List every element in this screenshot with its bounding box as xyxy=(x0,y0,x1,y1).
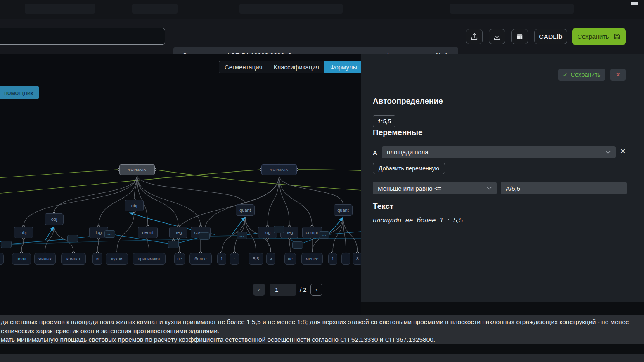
source-text-line: ехнических характеристик окон и затенени… xyxy=(1,327,644,336)
topbar-item xyxy=(132,4,178,14)
page-input[interactable] xyxy=(270,284,296,296)
graph-node-d1[interactable]: --- xyxy=(1,241,12,248)
source-text-line: мать минимальную площадь световых проемо… xyxy=(1,335,644,344)
tab-classification[interactable]: Классификация xyxy=(268,61,324,73)
variable-select[interactable]: площади пола xyxy=(382,146,616,158)
upload-button[interactable] xyxy=(466,29,483,44)
graph-node-d6[interactable]: --- xyxy=(237,232,247,239)
check-icon: ✓ xyxy=(563,71,568,78)
formula-panel: ✓ Сохранить ✕ Автоопределение 1:5,5 Пере… xyxy=(361,54,644,302)
tab-bar: СегментацияКлассификацияФормулы xyxy=(219,61,363,73)
chevron-down-icon xyxy=(606,151,611,154)
graph-node-l0[interactable]: и xyxy=(0,253,4,265)
graph-node-d3[interactable]: --- xyxy=(104,230,115,238)
graph-node-quant2[interactable]: quant xyxy=(334,204,353,216)
topbar-highlight xyxy=(631,2,638,5)
graph-node-l7[interactable]: не xyxy=(174,253,185,265)
header-input-box[interactable] xyxy=(0,28,165,45)
graph-node-l12[interactable]: и xyxy=(266,253,275,265)
chevron-down-icon xyxy=(487,187,492,190)
graph-node-l2[interactable]: жилых xyxy=(34,253,56,265)
graph-node-d8[interactable]: --- xyxy=(292,241,303,249)
panel-save-button[interactable]: ✓ Сохранить xyxy=(558,69,605,81)
graph-node-l9[interactable]: 1 xyxy=(217,253,226,265)
graph-node-l14[interactable]: менее xyxy=(301,253,323,265)
next-page-button[interactable]: › xyxy=(310,284,322,296)
graph-node-obj_c[interactable]: obj xyxy=(14,227,33,238)
graph-node-l8[interactable]: более xyxy=(189,253,212,265)
graph-node-l3[interactable]: комнат xyxy=(61,253,86,265)
app-window: Своды правил / СП 54.13330.2022. Здания … xyxy=(0,0,644,362)
graph-node-obj_b[interactable]: obj xyxy=(45,213,64,225)
panel-save-label: Сохранить xyxy=(571,71,601,78)
table-icon xyxy=(516,33,524,41)
graph-node-l11[interactable]: 5,5 xyxy=(249,253,263,265)
tab-segmentation[interactable]: Сегментация xyxy=(219,61,268,73)
graph-node-l5[interactable]: кухни xyxy=(106,253,128,265)
prev-page-button[interactable]: ‹ xyxy=(253,284,265,296)
graph-node-l17[interactable]: 8 xyxy=(353,253,361,265)
save-button-label: Сохранить xyxy=(577,33,609,40)
graph-node-l4[interactable]: и xyxy=(92,253,102,265)
page-total: / 2 xyxy=(300,286,307,293)
autodetect-heading: Автоопределение xyxy=(373,97,443,106)
variables-heading: Переменные xyxy=(373,128,423,137)
topbar-item xyxy=(25,4,95,14)
download-button[interactable] xyxy=(489,29,505,44)
graph-node-d7[interactable]: --- xyxy=(274,226,284,233)
source-text-line: ди световых проемов к площади пола жилых… xyxy=(1,317,644,327)
text-heading: Текст xyxy=(373,202,393,211)
cadlib-button[interactable]: CADLib xyxy=(534,29,567,44)
graph-node-f1[interactable]: ФОРМУЛА xyxy=(119,164,155,175)
graph-node-l10[interactable]: : xyxy=(230,253,239,265)
table-button[interactable] xyxy=(511,29,528,44)
graph-node-neg1[interactable]: neg xyxy=(169,227,187,238)
graph-node-deont[interactable]: deont xyxy=(138,227,158,238)
graph-node-l16[interactable]: : xyxy=(341,253,350,265)
operator-select-value: Меньше или равно <= xyxy=(378,185,487,192)
floppy-icon xyxy=(613,33,621,40)
text-preview: площади не более 1 : 5,5 xyxy=(373,216,463,224)
pagination: ‹ / 2 › xyxy=(253,284,322,296)
tab-formulas[interactable]: Формулы xyxy=(324,61,363,73)
assistant-button[interactable]: помощник xyxy=(0,86,39,99)
download-icon xyxy=(492,32,502,41)
graph-node-d5[interactable]: --- xyxy=(199,232,210,240)
graph-node-l13[interactable]: не xyxy=(284,253,296,265)
graph-node-quant1[interactable]: quant xyxy=(236,204,255,216)
source-text-panel: ди световых проемов к площади пола жилых… xyxy=(0,315,644,344)
save-button[interactable]: Сохранить xyxy=(572,28,626,45)
operator-select[interactable]: Меньше или равно <= xyxy=(373,182,497,194)
graph-node-l6[interactable]: принимают xyxy=(133,253,166,265)
graph-node-f2[interactable]: ФОРМУЛА xyxy=(261,164,297,175)
variable-select-value: площади пола xyxy=(387,149,606,156)
graph-node-d4[interactable]: --- xyxy=(168,241,179,248)
topbar-item xyxy=(239,4,343,14)
graph-node-d9[interactable]: --- xyxy=(319,231,329,239)
topbar xyxy=(0,0,644,19)
topbar-item xyxy=(450,4,574,14)
expression-input[interactable] xyxy=(501,182,627,194)
variable-letter: А xyxy=(373,149,377,156)
add-variable-button[interactable]: Добавить переменную xyxy=(373,163,445,174)
graph-node-l1[interactable]: пола xyxy=(12,253,31,265)
autodetect-value-chip: 1:5,5 xyxy=(373,115,395,127)
panel-close-button[interactable]: ✕ xyxy=(610,69,626,81)
upload-icon xyxy=(470,32,479,41)
graph-canvas[interactable]: ФОРМУЛАФОРМУЛАobjobjquantquantobjlogdeon… xyxy=(0,54,361,315)
graph-node-l15[interactable]: 1 xyxy=(328,253,337,265)
bottom-strip xyxy=(0,354,644,362)
graph-node-d2[interactable]: --- xyxy=(67,235,78,242)
remove-variable-icon[interactable]: ✕ xyxy=(620,147,625,155)
graph-node-obj_a[interactable]: obj xyxy=(125,200,144,211)
